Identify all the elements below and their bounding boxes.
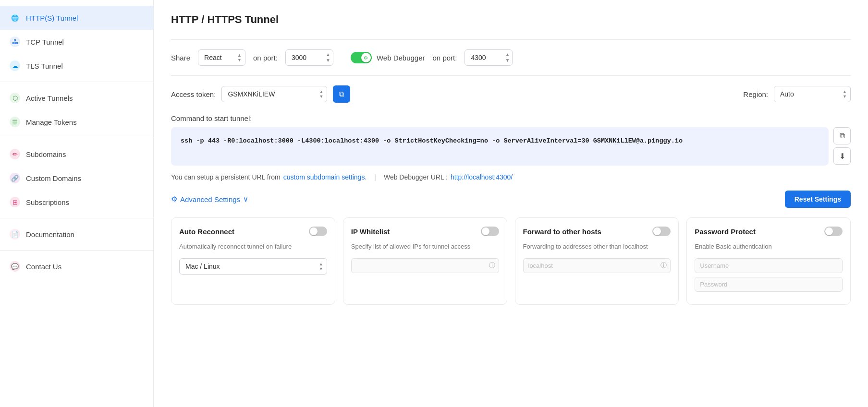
advanced-settings-button[interactable]: ⚙ Advanced Settings ∨: [171, 195, 248, 204]
share-select[interactable]: React Vue Angular: [198, 49, 245, 66]
port-down-btn[interactable]: ▼: [325, 58, 331, 63]
web-debugger-port-up[interactable]: ▲: [504, 52, 511, 58]
sidebar: 🌐HTTP(S) Tunnel🖧TCP Tunnel☁TLS Tunnel⬡Ac…: [0, 0, 154, 407]
web-debugger-url-link[interactable]: http://localhost:4300/: [451, 173, 513, 181]
card-desc-password-protect: Enable Basic authentication: [695, 242, 843, 251]
card-toggle-thumb-forward-hosts: [653, 227, 661, 235]
card-header-ip-whitelist: IP Whitelist: [351, 227, 499, 236]
command-box-wrapper: ssh -p 443 -R0:localhost:3000 -L4300:loc…: [171, 127, 851, 166]
card-toggle-ip-whitelist[interactable]: [481, 227, 499, 236]
sidebar-item-tls-tunnel[interactable]: ☁TLS Tunnel: [0, 54, 153, 78]
sidebar-item-http-tunnel[interactable]: 🌐HTTP(S) Tunnel: [0, 6, 153, 30]
tls-tunnel-label: TLS Tunnel: [26, 62, 63, 70]
documentation-label: Documentation: [26, 230, 74, 239]
divider-top: [171, 39, 851, 40]
card-ip-whitelist: IP WhitelistSpecify list of allowed IPs …: [343, 217, 507, 305]
sidebar-item-subscriptions[interactable]: ⊞Subscriptions: [0, 190, 153, 214]
card-input-ip-whitelist[interactable]: [351, 258, 499, 273]
tcp-tunnel-label: TCP Tunnel: [26, 38, 64, 46]
copy-command-button[interactable]: ⧉: [833, 127, 851, 144]
share-row: Share React Vue Angular ▲▼ on port: ▲ ▼ …: [171, 49, 851, 66]
reset-settings-button[interactable]: Reset Settings: [785, 191, 851, 208]
card-info-icon-forward-hosts[interactable]: ⓘ: [660, 261, 667, 270]
download-command-button[interactable]: ⬇: [833, 147, 851, 165]
card-select-wrapper-auto-reconnect: Mac / Linux▲▼: [179, 258, 327, 275]
info-text-2: Web Debugger URL :: [384, 173, 448, 181]
custom-subdomain-link[interactable]: custom subdomain settings.: [283, 173, 367, 181]
sidebar-item-custom-domains[interactable]: 🔗Custom Domains: [0, 166, 153, 190]
sidebar-divider-4: [0, 138, 153, 138]
chevron-down-icon: ∨: [243, 195, 248, 204]
web-debugger-spin-btns: ▲ ▼: [504, 52, 511, 63]
region-label: Region:: [743, 90, 768, 98]
web-debugger-toggle-container: ⚙ Web Debugger: [351, 52, 425, 63]
toggle-icon: ⚙: [364, 55, 368, 60]
http-tunnel-label: HTTP(S) Tunnel: [26, 14, 78, 22]
card-toggle-auto-reconnect[interactable]: [309, 227, 327, 236]
sidebar-item-manage-tokens[interactable]: ☰Manage Tokens: [0, 110, 153, 134]
card-input-wrapper-ip-whitelist: ⓘ: [351, 258, 499, 273]
card-title-password-protect: Password Protect: [695, 227, 756, 236]
info-text-1: You can setup a persistent URL from: [171, 173, 281, 181]
card-header-auto-reconnect: Auto Reconnect: [179, 227, 327, 236]
web-debugger-port-down[interactable]: ▼: [504, 58, 511, 63]
advanced-row: ⚙ Advanced Settings ∨ Reset Settings: [171, 191, 851, 208]
contact-us-label: Contact Us: [26, 263, 61, 271]
active-tunnels-icon: ⬡: [10, 93, 20, 103]
tls-tunnel-icon: ☁: [10, 60, 20, 71]
card-select-auto-reconnect[interactable]: Mac / Linux: [179, 258, 327, 275]
share-label: Share: [171, 54, 190, 62]
copy-icon: ⧉: [339, 90, 344, 98]
subdomains-icon: ✏: [10, 149, 20, 159]
manage-tokens-icon: ☰: [10, 117, 20, 127]
port-spin-btns: ▲ ▼: [325, 52, 331, 63]
region-select[interactable]: Auto US EU Asia: [774, 86, 851, 102]
custom-domains-icon: 🔗: [10, 173, 20, 183]
card-title-forward-hosts: Forward to other hosts: [523, 227, 601, 236]
sidebar-item-contact-us[interactable]: 💬Contact Us: [0, 254, 153, 278]
tcp-tunnel-icon: 🖧: [10, 36, 20, 47]
card-desc-ip-whitelist: Specify list of allowed IPs for tunnel a…: [351, 242, 499, 251]
custom-domains-label: Custom Domains: [26, 174, 81, 182]
card-input-password-protect-password[interactable]: [695, 277, 843, 292]
command-label: Command to start tunnel:: [171, 114, 851, 122]
web-debugger-toggle[interactable]: ⚙: [351, 52, 372, 63]
advanced-settings-label: Advanced Settings: [180, 195, 240, 204]
card-forward-hosts: Forward to other hostsForwarding to addr…: [515, 217, 679, 305]
page-title: HTTP / HTTPS Tunnel: [171, 13, 851, 26]
card-input-forward-hosts[interactable]: [523, 258, 671, 273]
card-toggle-forward-hosts[interactable]: [652, 227, 671, 236]
card-info-icon-ip-whitelist[interactable]: ⓘ: [489, 261, 495, 270]
port-input-wrapper: ▲ ▼: [285, 49, 333, 66]
card-title-ip-whitelist: IP Whitelist: [351, 227, 390, 236]
sidebar-item-active-tunnels[interactable]: ⬡Active Tunnels: [0, 86, 153, 110]
token-row: Access token: GSMXNKiLIEW ▲▼ ⧉ Region: A…: [171, 85, 851, 103]
card-input-password-protect-username[interactable]: [695, 258, 843, 273]
subscriptions-icon: ⊞: [10, 197, 20, 207]
documentation-icon: 📄: [10, 229, 20, 239]
web-debugger-port-label: on port:: [433, 54, 457, 62]
card-toggle-password-protect[interactable]: [824, 227, 843, 236]
token-select[interactable]: GSMXNKiLIEW: [221, 86, 327, 102]
contact-us-icon: 💬: [10, 261, 20, 272]
cards-row: Auto ReconnectAutomatically reconnect tu…: [171, 217, 851, 305]
access-token-label: Access token:: [171, 90, 216, 98]
card-toggle-thumb-password-protect: [825, 227, 833, 235]
card-password-protect: Password ProtectEnable Basic authenticat…: [686, 217, 851, 305]
info-row: You can setup a persistent URL from cust…: [171, 173, 851, 181]
copy-token-button[interactable]: ⧉: [333, 85, 350, 103]
card-input-wrapper-forward-hosts: ⓘ: [523, 258, 671, 273]
token-select-wrapper: GSMXNKiLIEW ▲▼: [221, 86, 327, 102]
card-header-forward-hosts: Forward to other hosts: [523, 227, 671, 236]
subscriptions-label: Subscriptions: [26, 198, 69, 206]
manage-tokens-label: Manage Tokens: [26, 118, 77, 126]
sidebar-item-subdomains[interactable]: ✏Subdomains: [0, 142, 153, 166]
command-box: ssh -p 443 -R0:localhost:3000 -L4300:loc…: [171, 127, 829, 166]
port-up-btn[interactable]: ▲: [325, 52, 331, 58]
card-toggle-thumb-ip-whitelist: [482, 227, 489, 235]
region-group: Region: Auto US EU Asia ▲▼: [743, 86, 851, 102]
web-debugger-port-wrapper: ▲ ▼: [465, 49, 513, 66]
sidebar-item-documentation[interactable]: 📄Documentation: [0, 222, 153, 246]
card-toggle-thumb-auto-reconnect: [310, 227, 318, 235]
sidebar-item-tcp-tunnel[interactable]: 🖧TCP Tunnel: [0, 30, 153, 54]
